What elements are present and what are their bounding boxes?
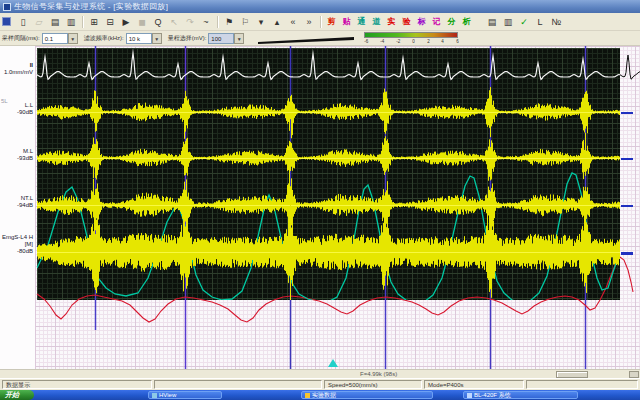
level-meter: -6 -4 -2 0 2 4 6 bbox=[364, 32, 458, 44]
sample-interval-label: 采样间隔(ms): bbox=[2, 34, 40, 43]
taskbar-task-3[interactable]: BL-420F 系统 bbox=[463, 391, 578, 399]
tool-experiment-button[interactable]: 实 bbox=[385, 15, 398, 29]
channel-name: EmgS-L4 H bbox=[2, 234, 33, 240]
task-label: BL-420F 系统 bbox=[474, 392, 511, 399]
waveform-plot[interactable] bbox=[35, 46, 640, 369]
meter-tick: 0 bbox=[413, 38, 416, 43]
titlebar: 生物信号采集与处理系统 - [实验数据回放] bbox=[0, 0, 640, 13]
document-icon bbox=[2, 17, 11, 26]
channel-name: L.L bbox=[25, 102, 33, 108]
zoom-out-button[interactable]: ⊟ bbox=[103, 15, 117, 29]
marker-up-button[interactable]: ▴ bbox=[270, 15, 284, 29]
new-button[interactable]: ▯ bbox=[16, 15, 30, 29]
taskbar-task-1[interactable]: HView bbox=[148, 391, 222, 399]
tool-record-button[interactable]: 记 bbox=[430, 15, 443, 29]
tool-test-button[interactable]: 验 bbox=[400, 15, 413, 29]
tool-mark-button[interactable]: 标 bbox=[415, 15, 428, 29]
marker-down-button[interactable]: ▾ bbox=[254, 15, 268, 29]
app-icon bbox=[3, 3, 11, 11]
flag-outline-icon[interactable]: ⚐ bbox=[238, 15, 252, 29]
channel-gain: -94dB bbox=[17, 202, 33, 208]
check-button[interactable]: ✓ bbox=[517, 15, 531, 29]
filter-freq-value[interactable]: 10 k bbox=[126, 33, 152, 44]
next-page-button[interactable]: » bbox=[302, 15, 316, 29]
filter-freq-combo[interactable]: 滤波频率(kHz): 10 k ▼ bbox=[84, 33, 162, 44]
speed-slider[interactable] bbox=[258, 32, 356, 44]
tool-analyze-button[interactable]: 分 bbox=[445, 15, 458, 29]
app-window-icon bbox=[152, 393, 157, 398]
flag-icon[interactable]: ⚑ bbox=[222, 15, 236, 29]
tool-report-button[interactable]: 析 bbox=[460, 15, 473, 29]
status-mode-text: 数据显示 bbox=[2, 380, 152, 389]
separator bbox=[82, 16, 83, 28]
meter-tick: -6 bbox=[365, 38, 369, 43]
range-combo[interactable]: 量程选择(mV): 100 ▼ bbox=[168, 33, 245, 44]
emg3-channel-label: NT.L -94dB bbox=[17, 195, 33, 209]
task-label: HView bbox=[159, 392, 176, 399]
tool-scope-button[interactable]: 道 bbox=[370, 15, 383, 29]
scrollbar-thumb[interactable] bbox=[556, 371, 588, 378]
status-sweep-mode: Mode=P400s bbox=[424, 380, 524, 389]
range-value[interactable]: 100 bbox=[208, 33, 234, 44]
ecg-lead-name: II bbox=[30, 62, 33, 68]
search-icon[interactable]: Q bbox=[151, 15, 165, 29]
chevron-down-icon[interactable]: ▼ bbox=[152, 33, 162, 44]
task-label: 实验数据 bbox=[312, 392, 336, 399]
workspace: II 1.0mm/mV 5L L.L -90dB M.L -93dB NT.L … bbox=[0, 46, 640, 369]
level-meter-ticks: -6 -4 -2 0 2 4 6 bbox=[364, 38, 458, 44]
channel-gain: -80dB bbox=[17, 248, 33, 254]
status-bar: 数据显示 Speed=500(mm/s) Mode=P400s bbox=[0, 378, 640, 390]
aux-label: 5L bbox=[1, 98, 8, 104]
sample-info-text: F=4.99k (98s) bbox=[360, 371, 397, 377]
open-button[interactable]: ▱ bbox=[32, 15, 46, 29]
emg4-channel-label: EmgS-L4 H [M] -80dB bbox=[2, 234, 33, 255]
meter-tick: 4 bbox=[441, 38, 444, 43]
play-button[interactable]: ▶ bbox=[119, 15, 133, 29]
status-spacer-cell bbox=[526, 380, 638, 389]
meter-tick: 6 bbox=[456, 38, 459, 43]
chevron-down-icon[interactable]: ▼ bbox=[68, 33, 78, 44]
report-view-button[interactable]: ▤ bbox=[485, 15, 499, 29]
sample-interval-value[interactable]: 0.1 bbox=[42, 33, 68, 44]
status-speed: Speed=500(mm/s) bbox=[324, 380, 422, 389]
taskbar: 开始 HView 实验数据 BL-420F 系统 bbox=[0, 390, 640, 400]
main-toolbar: ▯ ▱ ▤ ▥ ⊞ ⊟ ▶ ◼ Q ↖ ↷ ~ ⚑ ⚐ ▾ ▴ « » 剪 贴 … bbox=[0, 13, 640, 31]
label-tool-button[interactable]: L bbox=[533, 15, 547, 29]
print-button[interactable]: ▥ bbox=[64, 15, 78, 29]
horizontal-scrollbar[interactable]: F=4.99k (98s) bbox=[0, 369, 640, 378]
channel-extra: [M] bbox=[25, 241, 33, 247]
zoom-in-button[interactable]: ⊞ bbox=[87, 15, 101, 29]
sample-interval-combo[interactable]: 采样间隔(ms): 0.1 ▼ bbox=[2, 33, 78, 44]
range-label: 量程选择(mV): bbox=[168, 34, 207, 43]
app-window-icon bbox=[467, 393, 472, 398]
chevron-down-icon[interactable]: ▼ bbox=[234, 33, 244, 44]
emg1-channel-label: L.L -90dB bbox=[17, 102, 33, 116]
prev-page-button[interactable]: « bbox=[286, 15, 300, 29]
tool-channel-button[interactable]: 通 bbox=[355, 15, 368, 29]
redo-button[interactable]: ↷ bbox=[183, 15, 197, 29]
save-button[interactable]: ▤ bbox=[48, 15, 62, 29]
table-view-button[interactable]: ▥ bbox=[501, 15, 515, 29]
start-button[interactable]: 开始 bbox=[0, 390, 34, 400]
meter-tick: -2 bbox=[397, 38, 401, 43]
tool-cut-button[interactable]: 剪 bbox=[325, 15, 338, 29]
channel-name: NT.L bbox=[21, 195, 33, 201]
taskbar-task-2[interactable]: 实验数据 bbox=[301, 391, 433, 399]
meter-tick: 2 bbox=[427, 38, 430, 43]
tool-paste-button[interactable]: 贴 bbox=[340, 15, 353, 29]
record-button[interactable]: ◼ bbox=[135, 15, 149, 29]
parameter-toolbar: 采样间隔(ms): 0.1 ▼ 滤波频率(kHz): 10 k ▼ 量程选择(m… bbox=[0, 31, 640, 46]
wave-tool-button[interactable]: ~ bbox=[199, 15, 213, 29]
meter-tick: -4 bbox=[381, 38, 385, 43]
ecg-channel-label: II 1.0mm/mV bbox=[4, 62, 33, 76]
scrollbar-end-button[interactable] bbox=[629, 371, 639, 378]
numbering-button[interactable]: № bbox=[549, 15, 563, 29]
channel-gain: -90dB bbox=[17, 109, 33, 115]
emg2-channel-label: M.L -93dB bbox=[17, 148, 33, 162]
select-cursor-button[interactable]: ↖ bbox=[167, 15, 181, 29]
ecg-scale: 1.0mm/mV bbox=[4, 69, 33, 75]
separator bbox=[320, 16, 321, 28]
channel-gain: -93dB bbox=[17, 155, 33, 161]
status-spacer-cell bbox=[154, 380, 322, 389]
channel-label-panel: II 1.0mm/mV 5L L.L -90dB M.L -93dB NT.L … bbox=[0, 46, 35, 369]
